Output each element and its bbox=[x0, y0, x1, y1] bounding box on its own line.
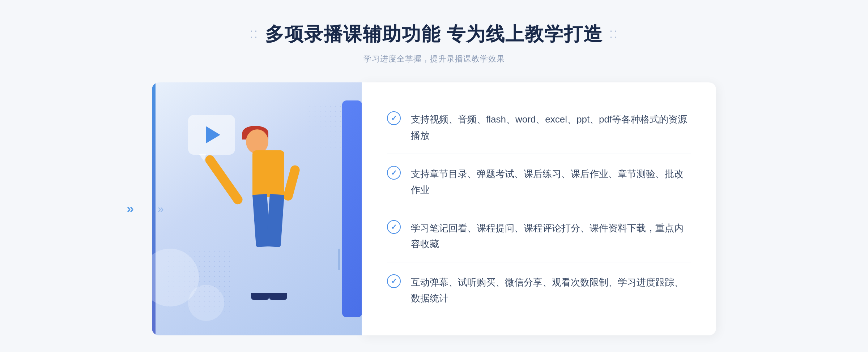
feature-text-1: 支持视频、音频、flash、word、excel、ppt、pdf等各种格式的资源… bbox=[411, 111, 691, 143]
connector-shape bbox=[342, 100, 362, 317]
feature-item-2: ✓ 支持章节目录、弹题考试、课后练习、课后作业、章节测验、批改作业 bbox=[387, 156, 691, 208]
person-shoe-right bbox=[269, 293, 287, 300]
main-content: » » bbox=[152, 82, 716, 335]
features-panel: ✓ 支持视频、音频、flash、word、excel、ppt、pdf等各种格式的… bbox=[362, 82, 716, 335]
check-icon-3: ✓ bbox=[387, 220, 401, 234]
person-torso bbox=[252, 150, 284, 197]
person-figure bbox=[239, 126, 297, 299]
title-row: ⁚⁚ 多项录播课辅助功能 专为线上教学打造 ⁚⁚ bbox=[250, 22, 618, 47]
check-mark-4: ✓ bbox=[391, 278, 397, 285]
v-line-1 bbox=[338, 249, 340, 270]
feature-text-3: 学习笔记回看、课程提问、课程评论打分、课件资料下载，重点内容收藏 bbox=[411, 220, 691, 252]
figure-container bbox=[210, 126, 326, 335]
check-mark-2: ✓ bbox=[391, 169, 397, 176]
header-section: ⁚⁚ 多项录播课辅助功能 专为线上教学打造 ⁚⁚ 学习进度全掌握，提升录播课教学… bbox=[0, 22, 868, 64]
person-leg-right bbox=[266, 194, 284, 247]
feature-text-4: 互动弹幕、试听购买、微信分享、观看次数限制、学习进度跟踪、数据统计 bbox=[411, 274, 691, 306]
person-shoe-left bbox=[251, 293, 269, 300]
check-mark-1: ✓ bbox=[391, 115, 397, 122]
illustration-panel: » bbox=[152, 82, 362, 335]
check-icon-2: ✓ bbox=[387, 166, 401, 180]
check-icon-4: ✓ bbox=[387, 274, 401, 288]
page-arrow-left-icon[interactable]: » bbox=[127, 201, 134, 216]
page-wrapper: ⁚⁚ 多项录播课辅助功能 专为线上教学打造 ⁚⁚ 学习进度全掌握，提升录播课教学… bbox=[0, 0, 868, 352]
chevron-arrows-icon: » bbox=[158, 203, 164, 215]
person-arm-right bbox=[282, 164, 301, 202]
main-title: 多项录播课辅助功能 专为线上教学打造 bbox=[265, 22, 603, 47]
subtitle: 学习进度全掌握，提升录播课教学效果 bbox=[363, 53, 505, 64]
check-icon-1: ✓ bbox=[387, 111, 401, 125]
person-arm-left bbox=[204, 153, 244, 206]
dots-right-icon: ⁚⁚ bbox=[609, 29, 618, 40]
feature-text-2: 支持章节目录、弹题考试、课后练习、课后作业、章节测验、批改作业 bbox=[411, 166, 691, 198]
dots-left-icon: ⁚⁚ bbox=[250, 29, 259, 40]
feature-item-1: ✓ 支持视频、音频、flash、word、excel、ppt、pdf等各种格式的… bbox=[387, 101, 691, 154]
feature-item-3: ✓ 学习笔记回看、课程提问、课程评论打分、课件资料下载，重点内容收藏 bbox=[387, 210, 691, 262]
feature-item-4: ✓ 互动弹幕、试听购买、微信分享、观看次数限制、学习进度跟踪、数据统计 bbox=[387, 264, 691, 316]
check-mark-3: ✓ bbox=[391, 223, 397, 231]
